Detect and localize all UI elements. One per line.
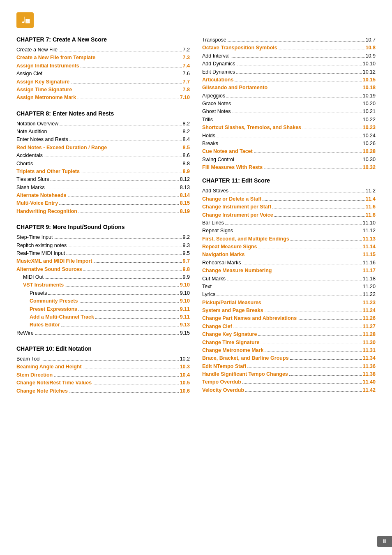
toc-dots	[93, 384, 178, 384]
toc-page-number: 11.10	[363, 219, 376, 227]
toc-page-number: 10.21	[363, 108, 376, 116]
toc-page-number: 9.3	[183, 242, 190, 250]
toc-page-number: 7.8	[183, 86, 190, 94]
chapter-8-list: Notation Overview8.2Note Audition8.2Ente…	[16, 120, 190, 216]
toc-dots	[235, 81, 361, 81]
toc-page-number: 10.24	[363, 132, 376, 140]
chapter-11-list: Add Staves11.2Change or Delete a Staff11…	[202, 187, 376, 394]
list-item: Create a New File from Template7.3	[16, 54, 190, 62]
list-item: Shortcut Slashes, Tremolos, and Shakes10…	[202, 124, 376, 132]
toc-item-label: Text	[202, 283, 212, 291]
toc-page-number: 11.31	[363, 347, 376, 354]
list-item: Add a Multi-Channel Track9.11	[16, 313, 190, 321]
toc-page-number: 9.5	[183, 250, 190, 257]
list-item: Beaming Angle and Height10.3	[16, 363, 190, 371]
toc-item-label: Assign Key Signature	[16, 78, 69, 86]
toc-dots	[54, 376, 178, 377]
toc-page-number: 8.2	[183, 120, 190, 128]
toc-page-number: 11.15	[363, 251, 376, 259]
list-item: Fill Measures With Rests10.32	[202, 164, 376, 171]
toc-page-number: 11.42	[363, 386, 376, 394]
toc-dots	[69, 141, 182, 141]
toc-item-label: Cue Notes and Tacet	[202, 148, 253, 155]
toc-dots	[48, 133, 181, 133]
right-column: Transpose10.7Octave Transposition Symbol…	[202, 36, 376, 397]
toc-page-number: 11.23	[363, 299, 376, 307]
list-item: Handwriting Recognition8.19	[16, 208, 190, 215]
list-item: Assign Key Signature7.7	[16, 78, 190, 86]
toc-page-number: 10.6	[180, 387, 190, 395]
toc-dots	[258, 248, 361, 248]
toc-item-label: Breaks	[202, 140, 218, 148]
toc-page-number: 11.38	[363, 370, 376, 378]
toc-page-number: 11.2	[366, 187, 376, 195]
toc-item-label: Shortcut Slashes, Tremolos, and Shakes	[202, 124, 301, 132]
list-item: Alternate Noteheads8.14	[16, 192, 190, 199]
toc-dots	[60, 125, 181, 125]
toc-dots	[42, 360, 179, 361]
toc-item-label: Community Presets	[16, 297, 78, 305]
toc-page-number: 9.10	[180, 297, 190, 305]
toc-dots	[61, 326, 179, 326]
toc-page-number: 10.7	[366, 36, 376, 44]
toc-item-label: Trills	[202, 116, 213, 124]
toc-item-label: Preset Expressions	[16, 305, 77, 313]
toc-item-label: Add a Multi-Channel Track	[16, 313, 94, 321]
toc-item-label: Handwriting Recognition	[16, 208, 77, 215]
toc-page-number: 8.8	[183, 160, 190, 168]
toc-dots	[34, 165, 181, 165]
chapter-9-list: Step-Time Input9.2Repitch existing notes…	[16, 234, 190, 337]
page-number-badge: iii	[377, 536, 392, 547]
toc-item-label: Add Dynamics	[202, 60, 235, 68]
toc-dots	[237, 65, 362, 65]
toc-item-label: Arpeggios	[202, 92, 225, 100]
list-item: ReWire9.15	[16, 329, 190, 337]
toc-page-number: 10.9	[366, 52, 376, 60]
toc-item-label: Assign Metronome Mark	[16, 94, 76, 102]
toc-dots	[83, 368, 179, 368]
toc-item-label: Articulations	[202, 76, 233, 84]
toc-page-number: 10.28	[363, 148, 376, 155]
toc-page-number: 7.3	[183, 54, 190, 62]
toc-page-number: 10.5	[180, 379, 190, 387]
toc-page-number: 11.18	[363, 275, 376, 283]
toc-page-number: 9.8	[183, 266, 190, 273]
list-item: Assign Initial Instruments7.4	[16, 62, 190, 70]
toc-dots	[44, 157, 182, 157]
toc-dots	[264, 169, 362, 169]
list-item: Community Presets9.10	[16, 297, 190, 305]
toc-item-label: Assign Clef	[16, 70, 42, 78]
list-item: Lyrics11.22	[202, 291, 376, 298]
toc-item-label: Ties and Slurs	[16, 176, 49, 183]
toc-item-label: Change or Delete a Staff	[202, 195, 261, 203]
toc-dots	[263, 304, 362, 304]
toc-dots	[214, 121, 362, 121]
toc-dots	[44, 75, 181, 75]
toc-page-number: 7.4	[183, 62, 190, 70]
toc-item-label: Velocity Overdub	[202, 386, 244, 394]
toc-page-number: 10.10	[363, 60, 376, 68]
toc-page-number: 9.11	[180, 305, 190, 313]
toc-page-number: 10.30	[363, 156, 376, 164]
list-item: Red Notes - Exceed Duration / Range8.5	[16, 144, 190, 152]
toc-page-number: 7.2	[183, 46, 190, 54]
list-item: Note Audition8.2	[16, 128, 190, 136]
toc-item-label: Lyrics	[202, 291, 215, 298]
toc-dots	[50, 180, 178, 181]
toc-item-label: Alternate Noteheads	[16, 192, 67, 199]
toc-dots	[263, 200, 364, 201]
list-item: Presets9.10	[16, 289, 190, 297]
list-item: Create a New File7.2	[16, 46, 190, 54]
list-item: Cue Notes and Tacet10.28	[202, 148, 376, 155]
toc-page-number: 10.20	[363, 100, 376, 108]
toc-page-number: 11.26	[363, 314, 376, 322]
toc-dots	[94, 262, 182, 263]
toc-page-number: 9.7	[183, 257, 190, 265]
toc-dots	[79, 302, 178, 303]
toc-page-number: 7.10	[180, 94, 190, 102]
list-item: Preset Expressions9.11	[16, 305, 190, 313]
list-item: Accidentals8.6	[16, 152, 190, 160]
toc-item-label: Change Measure Numbering	[202, 267, 272, 275]
toc-dots	[217, 137, 362, 137]
toc-dots	[273, 272, 361, 272]
